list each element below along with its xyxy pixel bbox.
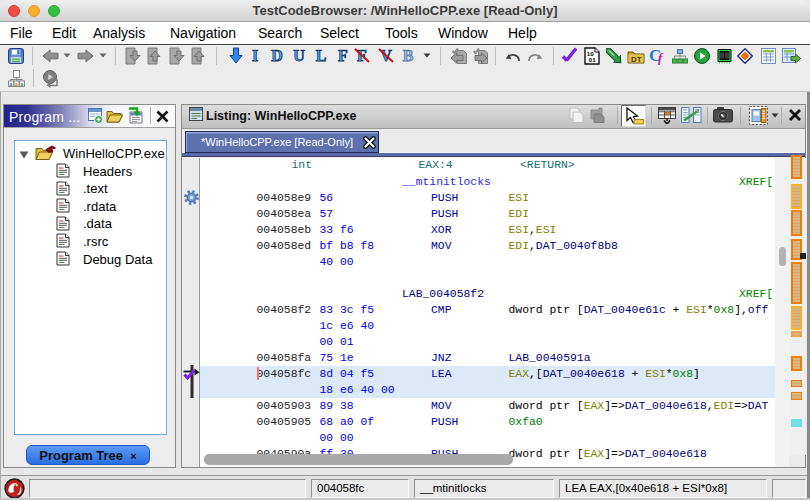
svg-text:DT: DT <box>631 55 642 64</box>
svg-text:01: 01 <box>589 56 596 63</box>
